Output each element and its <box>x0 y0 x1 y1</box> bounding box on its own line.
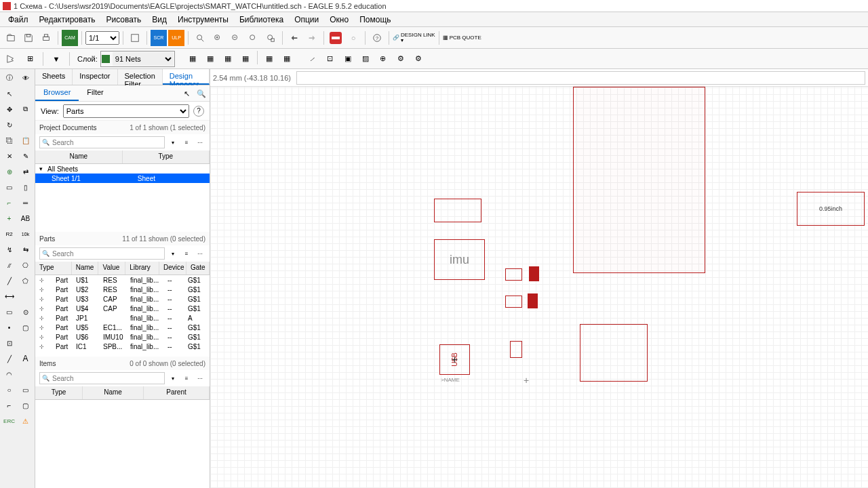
menu-options[interactable]: Опции <box>289 14 324 26</box>
parts-row[interactable]: ⊹PartU$1RESfinal_lib...--G$1 <box>35 275 210 285</box>
parts-menu-icon[interactable]: ⋯ <box>195 248 205 259</box>
go-icon[interactable]: ○ <box>345 30 361 46</box>
part-cap3[interactable] <box>505 296 522 308</box>
page-select[interactable]: 1/1 <box>85 31 119 45</box>
zoom-redraw-icon[interactable] <box>245 30 261 46</box>
action4-icon[interactable]: ▨ <box>357 51 374 67</box>
junction-icon[interactable]: • <box>1 320 17 335</box>
module-icon[interactable]: ▭ <box>1 304 17 319</box>
arc-icon[interactable]: ◠ <box>1 367 17 382</box>
proj-list-icon[interactable]: ≡ <box>181 137 192 148</box>
part-ic2[interactable] <box>580 324 648 382</box>
part-mcu[interactable] <box>573 87 705 273</box>
part-cap1[interactable] <box>505 268 522 281</box>
action2-icon[interactable]: ⊡ <box>322 51 338 67</box>
open-icon[interactable] <box>3 30 19 46</box>
wire-icon[interactable]: ╱ <box>1 273 17 288</box>
cam-icon[interactable]: CAM <box>62 30 78 46</box>
tab-design-manager[interactable]: Design Manager <box>163 69 210 85</box>
net-icon[interactable]: ⌐ <box>1 195 17 210</box>
parts-row[interactable]: ⊹PartIC1SPB...final_lib...--G$1 <box>35 342 210 351</box>
value-icon[interactable]: AB <box>18 211 33 226</box>
erc-icon[interactable]: ERC <box>1 413 17 428</box>
info-icon[interactable]: ⓘ <box>1 70 17 85</box>
undo-icon[interactable] <box>286 30 302 46</box>
proj-search-input[interactable] <box>39 136 165 148</box>
attribute-icon[interactable]: ⊡ <box>1 336 17 350</box>
subtab-filter[interactable]: Filter <box>79 85 111 101</box>
rect-icon[interactable]: ▭ <box>18 382 33 397</box>
grid-icon[interactable]: ⊞ <box>22 51 38 67</box>
menu-file[interactable]: Файл <box>3 14 34 26</box>
frame-icon[interactable]: ▢ <box>18 320 33 335</box>
paste-icon[interactable]: 📋 <box>18 133 33 148</box>
grid6-icon[interactable]: ▦ <box>279 51 295 67</box>
help-icon[interactable]: ? <box>369 30 385 46</box>
pinswap-icon[interactable]: ⇆ <box>18 242 33 257</box>
action3-icon[interactable]: ▣ <box>340 51 356 67</box>
parts-list-icon[interactable]: ≡ <box>181 248 192 259</box>
invoke-icon[interactable]: ⎔ <box>18 258 33 272</box>
warning-icon[interactable]: ⚠ <box>18 413 33 428</box>
zoom-out-icon[interactable] <box>227 30 243 46</box>
parts-row[interactable]: ⊹PartJP1final_lib...--A <box>35 313 210 323</box>
save-icon[interactable] <box>20 30 37 46</box>
add-icon[interactable]: ⊕ <box>1 164 17 179</box>
scr-icon[interactable]: SCR <box>151 30 167 46</box>
command-input[interactable] <box>296 71 865 85</box>
name-icon[interactable]: + <box>1 211 17 226</box>
ulp-icon[interactable]: ULP <box>168 30 184 46</box>
parts-search-dropdown-icon[interactable]: ▾ <box>167 248 178 259</box>
expand-icon[interactable]: ▾ <box>39 165 47 172</box>
split-icon[interactable]: ⫽ <box>1 258 17 272</box>
menu-help[interactable]: Помощь <box>354 14 396 26</box>
part-display[interactable]: 0.95inch <box>797 192 865 226</box>
redo-icon[interactable] <box>304 30 320 46</box>
polygon-icon[interactable]: ⬠ <box>18 273 33 288</box>
part-usb[interactable]: USB + <box>439 344 470 375</box>
frame2-icon[interactable]: ▢ <box>18 398 33 413</box>
parts-row[interactable]: ⊹PartU$6IMU10final_lib...--G$1 <box>35 332 210 342</box>
stop-icon[interactable] <box>328 30 344 46</box>
subtab-browser[interactable]: Browser <box>35 85 79 101</box>
zoom-select-icon[interactable] <box>262 30 279 46</box>
ungroup-icon[interactable]: ▯ <box>18 180 33 195</box>
part-imu[interactable]: imu <box>434 239 485 280</box>
layer-tool-icon[interactable] <box>3 51 19 67</box>
mirror-icon[interactable]: ⧉ <box>18 102 33 117</box>
view-help-icon[interactable]: ? <box>193 106 204 117</box>
miter-icon[interactable]: ⌐ <box>1 398 17 413</box>
copy-icon[interactable]: ⿻ <box>1 133 17 148</box>
group-icon[interactable]: ▭ <box>1 180 17 195</box>
print-icon[interactable] <box>38 30 54 46</box>
part-cap4[interactable] <box>528 293 538 308</box>
grid2-icon[interactable]: ▦ <box>202 51 218 67</box>
bus-icon[interactable]: ═ <box>18 195 33 210</box>
tree-all-sheets[interactable]: ▾ All Sheets <box>35 164 210 174</box>
grid1-icon[interactable]: ▦ <box>184 51 201 67</box>
part-small-2[interactable] <box>510 341 522 358</box>
schematic-canvas[interactable]: imu USB + >NAME + 0.95inch <box>210 87 868 488</box>
zoom-fit-icon[interactable] <box>192 30 208 46</box>
line-icon[interactable]: ╱ <box>1 351 17 366</box>
delete-icon[interactable]: ✕ <box>1 148 17 163</box>
grid4-icon[interactable]: ▦ <box>237 51 254 67</box>
filter-icon[interactable]: ▼ <box>48 51 64 67</box>
move-icon[interactable]: ✥ <box>1 102 17 117</box>
design-link-button[interactable]: 🔗 DESIGN LINK▾ <box>393 33 435 43</box>
cursor-icon[interactable]: ↖ <box>1 86 17 101</box>
parts-row[interactable]: ⊹PartU$4CAPfinal_lib...--G$1 <box>35 304 210 313</box>
parts-row[interactable]: ⊹PartU$2RESfinal_lib...--G$1 <box>35 285 210 294</box>
part-small-1[interactable] <box>434 199 481 222</box>
text-icon[interactable]: A <box>18 351 33 366</box>
circle-icon[interactable]: ○ <box>1 382 17 397</box>
gear-icon[interactable]: ⚙ <box>393 51 409 67</box>
label-r-icon[interactable]: R2 <box>1 226 17 241</box>
gear2-icon[interactable]: ⚙ <box>410 51 427 67</box>
rotate-icon[interactable]: ↻ <box>1 117 17 132</box>
smash-icon[interactable]: ↯ <box>1 242 17 257</box>
items-menu-icon[interactable]: ⋯ <box>195 373 205 384</box>
part-cap2[interactable] <box>529 266 539 281</box>
action1-icon[interactable]: ⟋ <box>304 51 321 67</box>
items-search-dropdown-icon[interactable]: ▾ <box>167 373 178 384</box>
